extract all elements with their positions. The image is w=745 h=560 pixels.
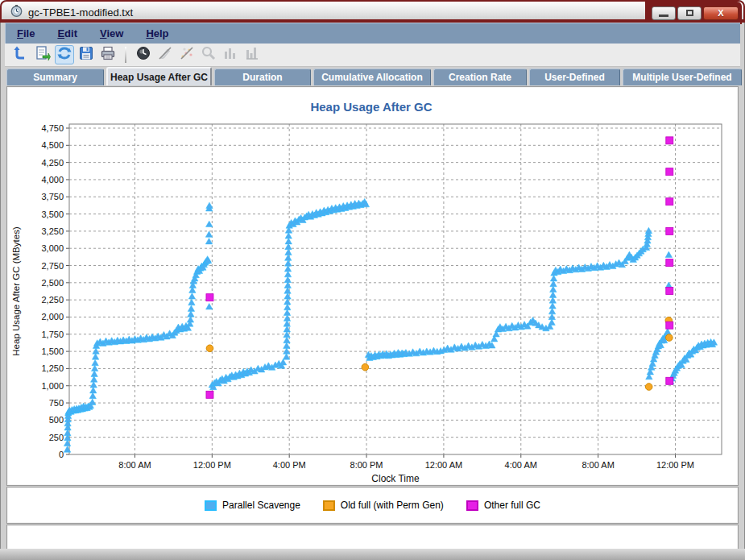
bar-chart-button[interactable] [221, 45, 240, 64]
undo-icon [13, 45, 29, 64]
minimize-button[interactable] [652, 6, 676, 20]
svg-text:4,500: 4,500 [41, 140, 64, 150]
show-marks-button[interactable] [177, 45, 197, 64]
window-bottom-frame [0, 549, 745, 560]
tab-multiple-user-defined[interactable]: Multiple User-Defined [623, 68, 742, 85]
tab-duration[interactable]: Duration [214, 68, 311, 85]
svg-text:1,250: 1,250 [41, 363, 64, 373]
bar-chart-2-icon [244, 45, 260, 64]
menu-edit[interactable]: Edit [46, 27, 89, 39]
pencil-slash-icon [157, 45, 173, 64]
printer-icon [100, 45, 116, 64]
document-refresh-icon [35, 45, 51, 64]
app-window: gc-TPBE1-modified.txt X File Edit View H… [0, 0, 745, 560]
stopwatch-app-icon [10, 4, 23, 20]
svg-text:4:00 AM: 4:00 AM [505, 460, 537, 470]
zoom-button[interactable] [199, 45, 218, 64]
status-bar [6, 525, 739, 550]
svg-text:Heap Usage After GC (MBytes): Heap Usage After GC (MBytes) [11, 226, 21, 356]
toolbar-separator [125, 47, 126, 63]
legend-item-parallel-scavenge: Parallel Scavenge [205, 500, 300, 511]
svg-text:8:00 AM: 8:00 AM [118, 460, 151, 470]
window-controls: X [645, 2, 742, 24]
open-report-button[interactable] [33, 45, 52, 64]
chart-panel: Heap Usage After GC02505007501,0001,2501… [6, 86, 739, 486]
svg-text:Heap Usage After GC: Heap Usage After GC [310, 100, 432, 114]
svg-text:3,000: 3,000 [41, 243, 64, 253]
svg-text:4,000: 4,000 [41, 175, 64, 185]
svg-text:2,500: 2,500 [41, 278, 64, 288]
clock-icon [135, 45, 151, 64]
tab-user-defined[interactable]: User-Defined [529, 68, 620, 85]
restore-icon [686, 10, 693, 16]
svg-text:4:00 PM: 4:00 PM [273, 460, 306, 470]
svg-text:8:00 PM: 8:00 PM [350, 460, 383, 470]
svg-text:4,250: 4,250 [41, 158, 64, 168]
svg-text:1,500: 1,500 [41, 346, 64, 356]
restore-button[interactable] [677, 6, 702, 20]
menu-view[interactable]: View [89, 27, 135, 39]
svg-text:750: 750 [49, 398, 64, 408]
minimize-icon [659, 15, 668, 17]
svg-text:12:00 AM: 12:00 AM [425, 460, 462, 470]
tab-summary[interactable]: Summary [6, 68, 104, 85]
svg-text:3,250: 3,250 [41, 226, 64, 236]
menu-file[interactable]: File [6, 27, 46, 39]
window-title: gc-TPBE1-modified.txt [28, 6, 133, 19]
refresh-icon [56, 45, 72, 64]
menu-bar: File Edit View Help [5, 23, 740, 44]
legend-item-other-full-gc: Other full GC [466, 500, 540, 511]
print-button[interactable] [98, 45, 118, 64]
tab-cumulative-allocation[interactable]: Cumulative Allocation [313, 68, 431, 85]
tab-strip: Summary Heap Usage After GC Duration Cum… [6, 68, 742, 86]
other-full-gc-swatch [466, 500, 478, 511]
svg-text:2,750: 2,750 [41, 261, 64, 271]
svg-text:3,500: 3,500 [41, 209, 64, 219]
edit-marks-button[interactable] [155, 45, 175, 64]
svg-text:0: 0 [59, 450, 64, 459]
svg-text:4,750: 4,750 [41, 123, 64, 133]
chart-legend: Parallel Scavenge Old full (with Perm Ge… [6, 487, 739, 524]
svg-text:250: 250 [49, 433, 64, 442]
undo-button[interactable] [11, 45, 31, 64]
svg-text:2,000: 2,000 [41, 312, 64, 321]
svg-text:2,250: 2,250 [41, 295, 64, 305]
marks-slash-icon [179, 45, 195, 64]
bar-chart-2-button[interactable] [242, 45, 262, 64]
bar-chart-icon [222, 45, 238, 64]
svg-text:3,750: 3,750 [41, 192, 64, 201]
svg-text:1,750: 1,750 [41, 330, 64, 339]
svg-text:1,000: 1,000 [41, 381, 64, 391]
tab-heap-usage-after-gc[interactable]: Heap Usage After GC [106, 67, 212, 85]
menu-help[interactable]: Help [135, 27, 180, 39]
legend-item-old-full: Old full (with Perm Gen) [323, 500, 444, 511]
parallel-scavenge-swatch [205, 500, 217, 511]
time-mode-button[interactable] [134, 45, 153, 64]
magnifier-icon [201, 45, 217, 64]
heap-usage-chart: Heap Usage After GC02505007501,0001,2501… [7, 87, 736, 483]
tab-creation-rate[interactable]: Creation Rate [433, 68, 527, 85]
save-button[interactable] [77, 45, 96, 64]
title-bar[interactable]: gc-TPBE1-modified.txt X [0, 0, 745, 23]
svg-text:8:00 AM: 8:00 AM [582, 460, 614, 470]
refresh-button[interactable] [55, 45, 74, 64]
svg-text:Clock Time: Clock Time [371, 473, 420, 483]
tool-bar [5, 44, 740, 67]
old-full-swatch [323, 500, 335, 511]
svg-text:12:00 PM: 12:00 PM [656, 460, 694, 470]
save-icon [78, 45, 94, 64]
svg-text:500: 500 [49, 415, 64, 425]
svg-text:12:00 PM: 12:00 PM [193, 460, 231, 470]
close-button[interactable]: X [703, 6, 739, 20]
